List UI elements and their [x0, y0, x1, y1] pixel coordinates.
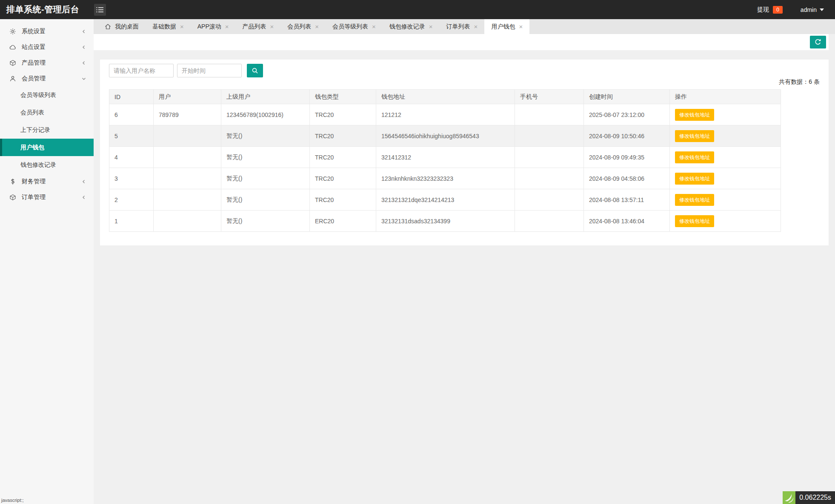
tab[interactable]: APP滚动 ×	[191, 19, 236, 34]
edit-wallet-address-button[interactable]: 修改钱包地址	[675, 194, 714, 206]
sidebar-group: 订单管理	[0, 189, 94, 205]
sidebar-group: 产品管理	[0, 55, 94, 71]
tab-close-icon[interactable]: ×	[315, 23, 319, 30]
username: admin	[801, 6, 817, 13]
tab-close-icon[interactable]: ×	[270, 23, 274, 30]
search-button[interactable]	[247, 64, 263, 77]
withdraw-link[interactable]: 提现 0	[757, 6, 783, 14]
sidebar-group: 会员管理 会员等级列表 会员列表 上下分记录 用户钱包 钱包修改记录	[0, 71, 94, 174]
sidebar-subitem[interactable]: 用户钱包	[0, 139, 94, 156]
sidebar-item[interactable]: 会员管理	[0, 71, 94, 86]
sidebar-subitem-label: 用户钱包	[20, 144, 44, 151]
cell-user: 789789	[154, 104, 221, 125]
cell-user	[154, 147, 221, 168]
sidebar-item[interactable]: 订单管理	[0, 189, 94, 205]
tab-label: 钱包修改记录	[389, 23, 425, 31]
tab[interactable]: 会员等级列表 ×	[326, 19, 383, 34]
edit-wallet-address-button[interactable]: 修改钱包地址	[675, 173, 714, 185]
tab-close-icon[interactable]: ×	[372, 23, 376, 30]
render-timer: 0.062225s	[783, 491, 835, 504]
tab-label: 基础数据	[152, 23, 176, 31]
tab-label: 订单列表	[446, 23, 470, 31]
menu-toggle-button[interactable]	[94, 4, 106, 16]
tab-close-icon[interactable]: ×	[225, 23, 229, 30]
cell-actions: 修改钱包地址	[670, 211, 781, 232]
tab-label: 会员列表	[287, 23, 311, 31]
edit-wallet-address-button[interactable]: 修改钱包地址	[675, 130, 714, 142]
tab-close-icon[interactable]: ×	[429, 23, 433, 30]
cell-id: 5	[109, 125, 154, 147]
app-header: 排单系统-管理后台 提现 0 admin	[0, 0, 835, 19]
cell-user	[154, 189, 221, 211]
column-header: 钱包类型	[310, 90, 376, 104]
edit-wallet-address-button[interactable]: 修改钱包地址	[675, 151, 714, 163]
toolbar	[94, 34, 829, 50]
content-panel: 共有数据：6 条 ID用户上级用户钱包类型钱包地址手机号创建时间操作 6 789…	[100, 60, 829, 245]
cell-actions: 修改钱包地址	[670, 189, 781, 211]
sidebar-item[interactable]: 系统设置	[0, 23, 94, 39]
tab-close-icon[interactable]: ×	[474, 23, 478, 30]
hamburger-icon	[96, 7, 104, 13]
user-menu[interactable]: admin	[801, 6, 824, 13]
cube-icon	[9, 60, 16, 66]
edit-wallet-address-button[interactable]: 修改钱包地址	[675, 109, 714, 121]
tab-label: 用户钱包	[491, 23, 515, 31]
refresh-button[interactable]	[810, 36, 826, 48]
chevron-left-icon	[82, 61, 86, 65]
cell-actions: 修改钱包地址	[670, 104, 781, 125]
render-time-value: 0.062225s	[795, 491, 835, 504]
tab-close-icon[interactable]: ×	[519, 23, 523, 30]
tab[interactable]: 会员列表 ×	[280, 19, 326, 34]
sidebar-item-label: 产品管理	[22, 59, 46, 67]
sidebar-subitem[interactable]: 会员列表	[0, 104, 94, 121]
caret-down-icon	[820, 9, 824, 13]
tab[interactable]: 基础数据 ×	[146, 19, 191, 34]
sidebar-group: 系统设置	[0, 23, 94, 39]
dollar-icon	[9, 178, 16, 185]
tab[interactable]: 产品列表 ×	[236, 19, 281, 34]
column-header: 创建时间	[584, 90, 670, 104]
table-row: 1 暂无() ERC20 32132131dsads32134399 2024-…	[109, 211, 781, 232]
sidebar-item[interactable]: 产品管理	[0, 55, 94, 71]
cell-user	[154, 211, 221, 232]
link-status-hint: javascript:;	[1, 498, 24, 503]
tab-label: APP滚动	[197, 23, 221, 31]
sidebar-subitem[interactable]: 会员等级列表	[0, 86, 94, 104]
tab[interactable]: 钱包修改记录 ×	[383, 19, 440, 34]
tab-close-icon[interactable]: ×	[180, 23, 184, 30]
thinkphp-logo-icon	[783, 491, 795, 504]
cell-created-time: 2024-08-08 13:46:04	[584, 211, 670, 232]
cell-wallet-type: ERC20	[310, 211, 376, 232]
cell-created-time: 2025-08-07 23:12:00	[584, 104, 670, 125]
table-row: 4 暂无() TRC20 321412312 2024-08-09 09:49:…	[109, 147, 781, 168]
cell-wallet-address: 1564546546iohikhuighiuog85946543	[376, 125, 515, 147]
username-search-input[interactable]	[109, 64, 174, 77]
edit-wallet-address-button[interactable]: 修改钱包地址	[675, 215, 714, 227]
cell-wallet-type: TRC20	[310, 125, 376, 147]
sidebar-subitem[interactable]: 上下分记录	[0, 121, 94, 139]
cube-icon	[9, 194, 16, 201]
cell-wallet-address: 321321321dqe3214214213	[376, 189, 515, 211]
table-header-row: ID用户上级用户钱包类型钱包地址手机号创建时间操作	[109, 90, 781, 104]
sidebar-subitem[interactable]: 钱包修改记录	[0, 156, 94, 174]
sidebar-item-label: 会员管理	[22, 75, 46, 83]
table-row: 2 暂无() TRC20 321321321dqe3214214213 2024…	[109, 189, 781, 211]
cell-wallet-address: 121212	[376, 104, 515, 125]
chevron-left-icon	[82, 45, 86, 49]
user-icon	[9, 75, 16, 82]
home-icon	[105, 23, 111, 30]
start-time-input[interactable]	[177, 64, 242, 77]
cell-created-time: 2024-08-08 13:57:11	[584, 189, 670, 211]
tab[interactable]: 订单列表 ×	[440, 19, 485, 34]
sidebar-subitem-label: 会员列表	[20, 109, 44, 117]
sidebar: 系统设置 站点设置 产品管理 会员管理 会员等级列表 会员列表 上下分记录 用户…	[0, 19, 94, 504]
cell-wallet-address: 123nknhknkn32323232323	[376, 168, 515, 189]
tab[interactable]: 用户钱包 ×	[484, 19, 529, 34]
sidebar-submenu: 会员等级列表 会员列表 上下分记录 用户钱包 钱包修改记录	[0, 86, 94, 174]
cell-wallet-type: TRC20	[310, 189, 376, 211]
sidebar-item[interactable]: 站点设置	[0, 39, 94, 55]
sidebar-item[interactable]: 财务管理	[0, 174, 94, 189]
column-header: ID	[109, 90, 154, 104]
sidebar-group: 站点设置	[0, 39, 94, 55]
tab[interactable]: 我的桌面	[98, 19, 146, 34]
